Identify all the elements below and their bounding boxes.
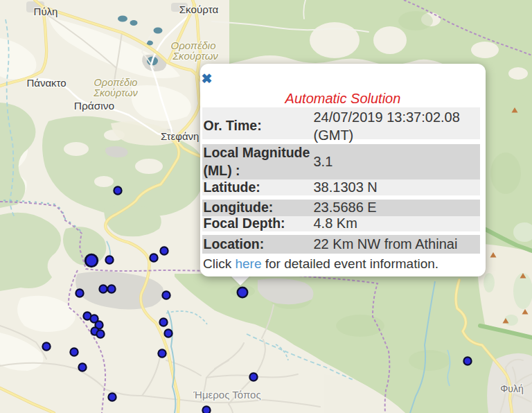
svg-text:Σκούρτων: Σκούρτων [93, 87, 138, 98]
svg-text:Πράσινο: Πράσινο [74, 100, 114, 112]
svg-text:Στεφάνη: Στεφάνη [161, 130, 199, 142]
svg-text:Οροπέδιο: Οροπέδιο [94, 77, 138, 88]
svg-text:Σκούρτων: Σκούρτων [172, 50, 218, 62]
svg-text:Ήμερος Τόπος: Ήμερος Τόπος [193, 389, 260, 401]
svg-text:Πάνακτο: Πάνακτο [26, 77, 66, 89]
svg-text:Πύλη: Πύλη [34, 6, 58, 17]
svg-text:Φυλή: Φυλή [500, 383, 524, 394]
svg-text:Σκούρτα: Σκούρτα [179, 3, 219, 15]
